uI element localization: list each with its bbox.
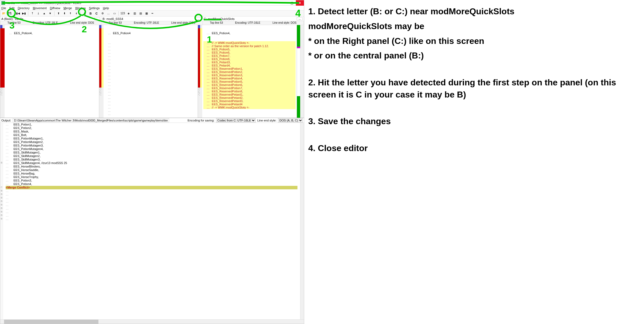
- file-c-input[interactable]: [208, 17, 296, 20]
- file-b-browse[interactable]: ...: [196, 17, 201, 20]
- diff-line: …EES_ReservedPetard1,: [203, 93, 296, 96]
- output-vscroll[interactable]: [300, 123, 304, 319]
- c-encoding: Encoding: UTF-16LE: [235, 21, 260, 25]
- output-line: …EES_PotionMutagen4,: [6, 147, 297, 151]
- file-a-browse[interactable]: ...: [94, 17, 100, 20]
- line-numbers-button[interactable]: 123: [120, 11, 125, 16]
- diff-vscroll[interactable]: [300, 25, 304, 118]
- instr-3: 3. Save the changes: [308, 115, 640, 127]
- prev-diff-icon[interactable]: ▲: [42, 11, 47, 16]
- menu-movement[interactable]: Movement: [33, 6, 47, 10]
- b-topline: Top line 53: [109, 21, 122, 25]
- save-icon[interactable]: 💾: [7, 11, 12, 16]
- file-c-label: C:: [204, 17, 207, 20]
- enc-save-label: Encoding for saving:: [187, 119, 214, 122]
- lineend-save-select[interactable]: DOS (A, B, C): [278, 118, 303, 123]
- prev-conflict-icon[interactable]: ⬆: [56, 11, 61, 16]
- app-icon: [1, 1, 5, 5]
- menu-directory[interactable]: Directory: [18, 6, 30, 10]
- output-line: …EES_SkillMutagen4, //zur13 modSSS 25: [6, 161, 297, 165]
- split-v-icon[interactable]: ▤: [138, 11, 143, 16]
- output-line: …EES_PotionMutagen2,: [6, 140, 297, 144]
- menu-settings[interactable]: Settings: [89, 6, 100, 10]
- unsolve-icon[interactable]: …: [106, 11, 111, 16]
- toggle-icon[interactable]: ▦: [144, 11, 149, 16]
- diff-line: …EES_Potion7,: [203, 54, 296, 57]
- menubar: File Edit Directory Movement Diffview Me…: [0, 6, 304, 11]
- select-none-icon[interactable]: ▭: [112, 11, 117, 16]
- nav-next-icon[interactable]: ▶▮: [22, 11, 26, 16]
- output-path-input[interactable]: [13, 119, 169, 122]
- output-line: …EES_SkillMutagen1,: [6, 151, 297, 154]
- menu-merge[interactable]: Merge: [63, 6, 72, 10]
- b-encoding: Encoding: UTF-16LE: [134, 21, 159, 25]
- enc-save-select[interactable]: Codec from C: UTF-16LE: [216, 118, 256, 123]
- instr-4: 4. Close editor: [308, 142, 640, 154]
- panel-c[interactable]: …EES_Potion4, …// -= WMK:modQuickSlots =…: [198, 25, 297, 118]
- file-a-input[interactable]: [15, 17, 94, 20]
- diff-line: …EES_ReservedPotion5,: [203, 80, 296, 83]
- diff-line: …// Same order as the version for patch …: [203, 44, 296, 48]
- output-line: …EES_HorseBlinders,: [6, 165, 297, 168]
- c-topline: Top line 53: [210, 21, 223, 25]
- output-line: …EES_SkillMutagen2,: [6, 154, 297, 158]
- overview-bar[interactable]: [297, 25, 300, 118]
- split-h-icon[interactable]: ▥: [132, 11, 137, 16]
- file-c-browse[interactable]: ...: [297, 17, 303, 20]
- select-b-button[interactable]: B: [88, 11, 93, 16]
- output-hscroll[interactable]: [0, 319, 304, 324]
- output-line: …EES_PotionMutagen3,: [6, 144, 297, 147]
- file-b-label: B:: [102, 17, 105, 20]
- menu-help[interactable]: Help: [103, 6, 109, 10]
- goto-bottom-icon[interactable]: ⤓: [36, 11, 41, 16]
- diff-line: …EES_ReservedPetard3,: [203, 99, 296, 103]
- diff-area: …EES_Potion4, …EES_Potion4 ……………………………………: [0, 25, 304, 118]
- a-topline: Top line 53: [8, 21, 20, 25]
- goto-top-icon[interactable]: ⤒: [30, 11, 35, 16]
- output-line: …EES_Mask,: [6, 130, 297, 133]
- file-b-input[interactable]: [107, 17, 195, 20]
- menu-window[interactable]: Window: [75, 6, 86, 10]
- minimize-button[interactable]: —: [280, 0, 288, 6]
- menu-file[interactable]: File: [1, 6, 6, 10]
- output-header: Output: Encoding for saving: Codec from …: [0, 118, 304, 123]
- select-c-button[interactable]: C: [94, 11, 99, 16]
- wordwrap-icon[interactable]: ━: [150, 11, 155, 16]
- open-icon[interactable]: 📂: [1, 11, 6, 16]
- maximize-button[interactable]: ▢: [288, 0, 296, 6]
- file-row: A (Base): ... B: ... C: ...: [0, 16, 304, 21]
- diff-line: …EES_Potion8,: [203, 57, 296, 61]
- diff-line: …EES_ReservedPotion8,: [203, 90, 296, 93]
- output-label: Output:: [1, 119, 11, 122]
- close-button[interactable]: ✕: [296, 0, 304, 6]
- titlebar: Vanilla <-> mod0_SSS4 <-> modMoreQuickSl…: [0, 0, 304, 6]
- output-line: …EES_PotionMutagen1,: [6, 137, 297, 140]
- b-lineend: Line end style: DOS: [171, 21, 195, 25]
- next-unsolved-icon[interactable]: ↡: [74, 11, 79, 16]
- diff-line: …EES_ReservedPetard2,: [203, 96, 296, 99]
- diff-line: …EES_ReservedPotion3,: [203, 74, 296, 77]
- reload-icon[interactable]: ◈: [126, 11, 131, 16]
- instr-1c: * on the Right panel (C:) like on this s…: [308, 35, 640, 47]
- menu-edit[interactable]: Edit: [9, 6, 15, 10]
- select-a-button[interactable]: A: [82, 11, 87, 16]
- diff-line: …EES_Petard3,: [203, 61, 296, 64]
- menu-diffview[interactable]: Diffview: [50, 6, 60, 10]
- output-line: …EES_Potion2,: [6, 126, 297, 130]
- next-conflict-icon[interactable]: ⬇: [62, 11, 67, 16]
- nav-prev-icon[interactable]: ▮◀: [16, 11, 20, 16]
- output-line: …EES_HorseTrophy,: [6, 175, 297, 179]
- window-title: Vanilla <-> mod0_SSS4 <-> modMoreQuickSl…: [6, 1, 81, 5]
- c-lineend: Line end style: DOS: [272, 21, 296, 25]
- output-body[interactable]: BCBBBBBBBBB …EES_Potion1,…EES_Potion2,…E…: [0, 123, 304, 319]
- prev-unsolved-icon[interactable]: ↟: [68, 11, 73, 16]
- panel-a[interactable]: …EES_Potion4,: [0, 25, 99, 118]
- panel-b[interactable]: …EES_Potion4 …………………………………………………………………………: [99, 25, 198, 118]
- diff-line: …// -= WMK:modQuickSlots =-: [203, 41, 296, 44]
- diff-line: …EES_ReservedPotion6,: [203, 83, 296, 86]
- output-line: …EES_HorseBag,: [6, 172, 297, 175]
- next-diff-icon[interactable]: ▼: [48, 11, 53, 16]
- diff-line: …EES_Petard4,: [203, 64, 296, 67]
- auto-merge-icon[interactable]: ⚙: [100, 11, 105, 16]
- instr-2: 2. Hit the letter you have detected duri…: [308, 76, 640, 101]
